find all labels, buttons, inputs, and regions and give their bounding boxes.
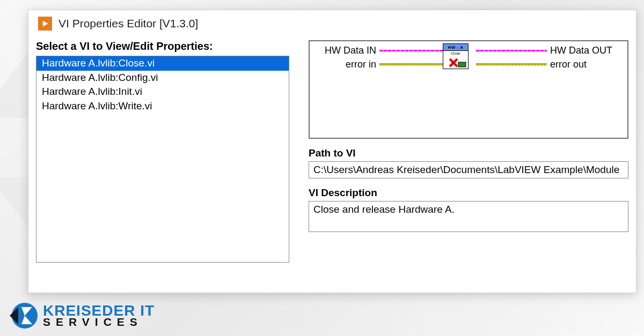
wire-data-out <box>476 50 547 51</box>
connector-row-bottom: error in error out <box>315 58 622 70</box>
window-title: VI Properties Editor [V1.3.0] <box>58 17 198 30</box>
terminal-label: error in <box>315 59 379 70</box>
wire-error-in <box>379 63 450 65</box>
brand-text: KREISEDER IT SERVICES <box>43 304 155 327</box>
list-item[interactable]: Hardware A.lvlib:Close.vi <box>36 56 289 71</box>
connector-row-top: HW Data IN HW Data OUT <box>315 44 622 56</box>
app-window: VI Properties Editor [V1.3.0] Select a V… <box>28 10 636 293</box>
vi-icon-body <box>443 56 468 69</box>
wire-error-out <box>476 63 547 65</box>
vi-listbox[interactable]: Hardware A.lvlib:Close.vi Hardware A.lvl… <box>36 56 289 263</box>
left-column: Select a VI to View/Edit Properties: Har… <box>36 40 289 263</box>
path-input[interactable] <box>309 161 628 178</box>
brand-line2: SERVICES <box>43 317 155 327</box>
content-area: Select a VI to View/Edit Properties: Har… <box>28 40 636 263</box>
list-item[interactable]: Hardware A.lvlib:Config.vi <box>36 71 289 85</box>
description-textarea[interactable] <box>309 201 628 232</box>
vi-icon: HW - A Close <box>443 43 469 69</box>
list-item[interactable]: Hardware A.lvlib:Init.vi <box>36 85 289 99</box>
terminal-label: HW Data OUT <box>547 45 622 56</box>
wire-data-in <box>379 50 450 51</box>
brand-logo-icon <box>9 301 39 331</box>
svg-marker-0 <box>43 20 48 26</box>
list-item[interactable]: Hardware A.lvlib:Write.vi <box>36 99 289 114</box>
connector-pane: HW Data IN HW Data OUT error in error ou… <box>309 40 628 139</box>
app-icon <box>38 17 52 31</box>
titlebar: VI Properties Editor [V1.3.0] <box>28 10 636 40</box>
selector-label: Select a VI to View/Edit Properties: <box>36 40 289 53</box>
description-label: VI Description <box>309 187 628 199</box>
terminal-label: error out <box>547 59 622 70</box>
branding: KREISEDER IT SERVICES <box>9 301 155 331</box>
svg-rect-3 <box>458 62 466 67</box>
terminal-label: HW Data IN <box>315 45 379 56</box>
vi-icon-subtitle: Close <box>443 51 468 56</box>
right-column: HW Data IN HW Data OUT error in error ou… <box>309 40 628 263</box>
vi-icon-header: HW - A <box>443 44 468 51</box>
path-label: Path to VI <box>309 147 628 159</box>
